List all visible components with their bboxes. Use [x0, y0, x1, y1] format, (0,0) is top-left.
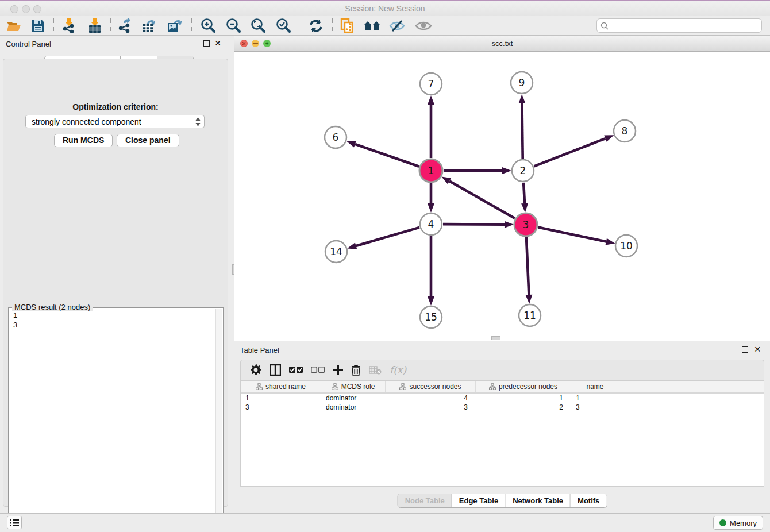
function-builder-icon[interactable]: f(x)	[390, 364, 406, 376]
search-input[interactable]	[611, 21, 761, 30]
graph-node-label-9: 9	[519, 77, 525, 88]
table-cell[interactable]: 3	[571, 403, 619, 412]
table-settings-gear-icon[interactable]	[250, 364, 261, 376]
export-image-icon[interactable]	[166, 17, 184, 34]
table-cell[interactable]: 3	[386, 403, 476, 412]
table-cell[interactable]: dominator	[321, 394, 386, 403]
delete-row-trash-icon[interactable]	[351, 365, 361, 376]
hide-selected-icon[interactable]	[388, 17, 407, 34]
export-network-icon[interactable]	[116, 17, 134, 34]
run-mcds-button[interactable]: Run MCDS	[54, 134, 113, 147]
graph-node-label-11: 11	[523, 310, 536, 321]
delete-column-icon[interactable]	[369, 365, 382, 375]
clone-network-icon[interactable]	[338, 17, 357, 34]
zoom-out-icon[interactable]	[224, 17, 242, 34]
app-title: Session: New Session	[0, 4, 770, 13]
column-header-predecessor-nodes[interactable]: predecessor nodes	[476, 381, 571, 392]
graph-edge-3-11[interactable]	[526, 237, 529, 295]
table-cell[interactable]: dominator	[321, 403, 386, 412]
column-header-shared-name[interactable]: shared name	[241, 381, 321, 392]
network-window-titlebar: ✕ — ＋ scc.txt	[234, 36, 770, 52]
mcds-result-list[interactable]: 13	[10, 310, 215, 523]
graph-edge-3-10[interactable]	[538, 228, 606, 242]
memory-label: Memory	[730, 519, 757, 527]
control-panel: Control Panel ✕ Network Style Select MCD…	[0, 36, 234, 513]
graph-node-label-14: 14	[330, 246, 342, 257]
show-panels-list-icon[interactable]	[7, 516, 22, 529]
import-table-icon[interactable]	[86, 17, 104, 34]
graph-edge-2-3[interactable]	[523, 183, 525, 203]
table-panel: Table Panel ✕ f(x) shared nameMCDS roles…	[234, 341, 770, 513]
optimization-criterion-select[interactable]: strongly connected component	[25, 115, 205, 128]
mcds-result-scrollbar[interactable]	[215, 309, 222, 523]
zoom-in-icon[interactable]	[199, 17, 217, 34]
mcds-result-item[interactable]: 3	[13, 320, 215, 330]
mcds-panel-body: Optimization criterion: strongly connect…	[3, 59, 228, 507]
table-panel-title: Table Panel	[240, 346, 279, 354]
open-session-icon[interactable]	[5, 17, 23, 34]
table-cell[interactable]: 1	[241, 394, 321, 403]
show-all-icon[interactable]	[414, 17, 433, 34]
table-cell[interactable]: 1	[476, 394, 571, 403]
table-row[interactable]: 1dominator411	[241, 394, 764, 403]
mcds-result-item[interactable]: 1	[13, 310, 215, 320]
table-cell[interactable]: 3	[241, 403, 321, 412]
close-panel-button[interactable]: Close panel	[117, 134, 179, 147]
search-icon	[600, 22, 609, 30]
mcds-result-box: MCDS result (2 nodes) 13	[8, 307, 224, 525]
app-title-bar: Session: New Session	[0, 0, 770, 16]
control-panel-header: Control Panel ✕	[0, 36, 234, 52]
add-column-icon[interactable]	[333, 365, 343, 375]
search-field[interactable]	[596, 18, 762, 33]
refresh-icon[interactable]	[307, 17, 325, 34]
node-table-body: 1dominator4113dominator323	[241, 394, 764, 412]
column-header-successor-nodes[interactable]: successor nodes	[386, 381, 476, 392]
tab-node-table[interactable]: Node Table	[398, 494, 452, 507]
column-header-name[interactable]: name	[571, 381, 619, 392]
optimization-criterion-label: Optimization criterion:	[3, 102, 228, 111]
tab-network-table[interactable]: Network Table	[506, 494, 571, 507]
column-header-MCDS-role[interactable]: MCDS role	[321, 381, 386, 392]
table-close-panel-icon[interactable]: ✕	[754, 345, 761, 354]
graph-node-label-7: 7	[428, 78, 434, 90]
deselect-all-icon[interactable]	[311, 366, 325, 374]
graph-node-label-2: 2	[520, 165, 526, 176]
select-all-icon[interactable]	[289, 366, 303, 374]
table-row[interactable]: 3dominator323	[241, 403, 764, 412]
horizontal-splitter-handle[interactable]	[491, 336, 500, 340]
first-neighbors-icon[interactable]	[363, 17, 382, 34]
network-graph-canvas[interactable]: 7968124314101511	[234, 52, 770, 341]
float-panel-icon[interactable]	[203, 40, 210, 47]
graph-edge-2-8[interactable]	[534, 138, 606, 166]
select-stepper-icon	[195, 117, 201, 126]
control-panel-title: Control Panel	[6, 40, 51, 48]
node-table-header: shared nameMCDS rolesuccessor nodesprede…	[241, 381, 764, 394]
show-columns-icon[interactable]	[270, 364, 281, 376]
table-float-panel-icon[interactable]	[742, 346, 748, 353]
graph-edge-1-6[interactable]	[355, 144, 419, 167]
table-panel-tabs: Node Table Edge Table Network Table Moti…	[398, 494, 607, 508]
graph-edge-3-1[interactable]	[449, 181, 515, 218]
optimization-criterion-value: strongly connected component	[32, 117, 141, 126]
import-network-icon[interactable]	[60, 17, 78, 34]
close-panel-icon[interactable]: ✕	[214, 38, 221, 48]
table-toolbar: f(x)	[240, 360, 764, 380]
graph-node-label-15: 15	[425, 311, 437, 323]
zoom-selected-icon[interactable]	[274, 17, 292, 34]
node-table: shared nameMCDS rolesuccessor nodesprede…	[240, 380, 764, 487]
tab-edge-table[interactable]: Edge Table	[452, 494, 506, 507]
export-table-icon[interactable]	[141, 17, 159, 34]
graph-edge-4-3[interactable]	[443, 224, 505, 225]
save-session-icon[interactable]	[29, 17, 47, 34]
table-cell[interactable]: 2	[476, 403, 571, 412]
tab-motifs[interactable]: Motifs	[571, 494, 606, 507]
table-cell[interactable]: 4	[386, 394, 476, 403]
table-cell[interactable]: 1	[571, 394, 619, 403]
graph-node-label-10: 10	[620, 240, 633, 252]
status-bar: Memory	[0, 513, 770, 532]
graph-edge-2-9[interactable]	[522, 103, 522, 159]
memory-button[interactable]: Memory	[713, 516, 763, 530]
graph-edge-4-14[interactable]	[356, 228, 419, 246]
zoom-fit-icon[interactable]	[249, 17, 267, 34]
graph-node-label-8: 8	[622, 125, 628, 137]
